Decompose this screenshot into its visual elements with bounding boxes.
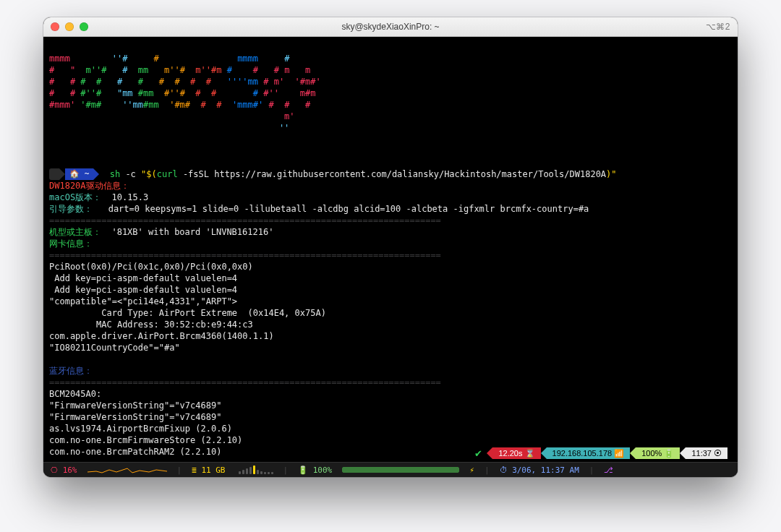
separator: ========================================… [49,250,441,260]
window-title: sky@skydeXiaoXinPro: ~ [43,22,738,32]
wifi-icon: 📶 [614,449,624,458]
check-icon: ✔ [474,448,482,459]
macos-version-label: macOS版本： [49,192,101,202]
separator: ========================================… [49,215,441,226]
cmd-sh: sh [110,169,120,179]
nic-output: PciRoot(0x0)/Pci(0x1c,0x0)/Pci(0x0,0x0) … [49,261,732,353]
close-icon[interactable] [51,22,59,31]
cpu-graph [88,466,167,474]
window-controls [51,22,88,31]
ascii-banner: mmmm ''# # mmmm ## " m''# # mm m''# m''#… [49,53,732,134]
boot-args-label: 引导参数： [49,204,93,214]
window-shortcut: ⌥⌘2 [706,22,730,32]
terminal-window: sky@skydeXiaoXinPro: ~ ⌥⌘2 mmmm ''# # mm… [43,17,738,477]
right-status: ✔ 12.20s ⌛ 192.168.105.178 📶 100% 🔋 11:3… [470,447,732,461]
apple-icon [49,168,59,180]
clock-icon: ⦿ [714,449,722,458]
model-label: 机型或主板： [49,227,101,237]
bt-label: 蓝牙信息： [49,366,93,376]
git-icon: ⎇ [604,466,613,475]
memory-value: 11 GB [201,466,225,475]
clock-icon: ⏱ [500,466,508,475]
cpu-icon: ⎔ [51,466,58,475]
driver-info-label: DW1820A驱动信息： [49,181,129,191]
battery-icon: 🔋 [298,466,308,475]
cmd-url: -fsSL https://raw.githubusercontent.com/… [178,169,606,179]
minimize-icon[interactable] [65,22,74,31]
cmd-flag: -c [125,169,135,179]
charging-icon: ⚡ [469,466,474,475]
battery-value: 100% [313,466,333,475]
memory-bars [239,466,273,474]
hourglass-icon: ⌛ [525,449,535,458]
prompt: 🏠 ~ [49,168,99,180]
nic-label: 网卡信息： [49,239,93,249]
memory-icon: ≣ [192,466,197,475]
terminal-body[interactable]: mmmm ''# # mmmm ## " m''# # mm m''# m''#… [43,37,738,462]
ip-pill: 192.168.105.178 📶 [541,447,631,459]
cpu-value: 16% [63,466,77,475]
cmd-quote-open: "$( [141,169,157,179]
cmd-curl: curl [157,169,178,179]
clock-pill: 11:37 ⦿ [680,447,727,459]
battery-icon: 🔋 [664,449,674,458]
macos-version-value: 10.15.3 [101,192,148,202]
battery-pill: 100% 🔋 [630,447,680,459]
clock-value: 3/06, 11:37 AM [512,466,579,475]
titlebar: sky@skydeXiaoXinPro: ~ ⌥⌘2 [43,17,738,37]
home-icon: 🏠 ~ [65,168,93,180]
separator: ========================================… [49,377,441,387]
exec-time-pill: 12.20s ⌛ [487,447,540,459]
boot-args-value: dart=0 keepsyms=1 slide=0 -lilubetaall -… [93,204,589,214]
system-status-bar: ⎔ 16% | ≣ 11 GB | 🔋 100% ⚡ | ⏱ 3/06, 11:… [43,462,738,477]
zoom-icon[interactable] [80,22,88,31]
battery-bar [342,467,459,473]
model-value: '81XB' with board 'LNVNB161216' [101,227,273,237]
cmd-quote-close: )" [606,169,616,179]
